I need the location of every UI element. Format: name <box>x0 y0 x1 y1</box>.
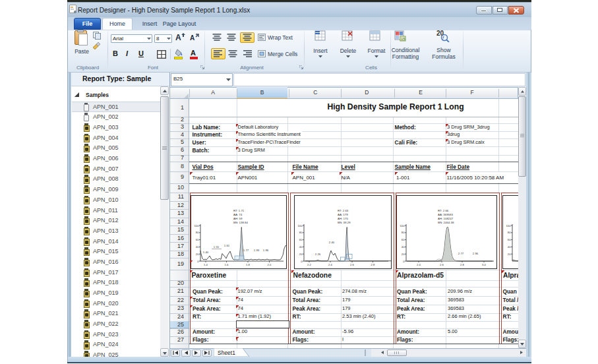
svg-text:20: 20 <box>299 253 302 256</box>
svg-text:3.0: 3.0 <box>482 263 486 266</box>
svg-text:f: f <box>442 36 444 40</box>
svg-text:2.6: 2.6 <box>440 263 444 266</box>
svg-text:20: 20 <box>196 253 199 256</box>
svg-text:1.40: 1.40 <box>203 251 209 254</box>
svg-text:40: 40 <box>196 245 199 249</box>
svg-text:60: 60 <box>402 238 405 241</box>
svg-text:2.8: 2.8 <box>371 263 374 266</box>
svg-text:80: 80 <box>299 231 302 234</box>
svg-text:60: 60 <box>299 238 302 241</box>
svg-text:RT: 1.71: RT: 1.71 <box>233 209 245 212</box>
svg-text:2.26: 2.26 <box>314 253 320 256</box>
svg-text:BN: 138.84: BN: 138.84 <box>233 221 249 224</box>
svg-text:AH: 170: AH: 170 <box>338 217 348 220</box>
svg-text:1.93: 1.93 <box>254 249 260 252</box>
svg-text:AA: 369583: AA: 369583 <box>438 213 454 216</box>
svg-text:15: 15 <box>401 37 405 41</box>
svg-text:1.55: 1.55 <box>214 245 220 249</box>
svg-text:1.4: 1.4 <box>204 263 208 266</box>
svg-text:80: 80 <box>196 231 199 234</box>
svg-text:2.2: 2.2 <box>307 263 311 266</box>
svg-text:80: 80 <box>402 231 405 234</box>
svg-text:BN: 39.29: BN: 39.29 <box>338 221 351 224</box>
svg-text:RT: 2.63: RT: 2.63 <box>338 209 349 212</box>
svg-text:100: 100 <box>400 224 405 228</box>
svg-text:2.77: 2.77 <box>458 252 464 255</box>
svg-text:60: 60 <box>508 238 511 241</box>
svg-text:20: 20 <box>402 253 405 256</box>
svg-text:AA: 74: AA: 74 <box>233 213 243 216</box>
svg-text:1.96: 1.96 <box>263 249 269 252</box>
svg-text:40: 40 <box>299 245 302 249</box>
svg-text:40: 40 <box>402 245 405 249</box>
svg-text:100: 100 <box>506 224 512 228</box>
svg-text:2.40: 2.40 <box>328 241 334 244</box>
svg-text:1.77: 1.77 <box>243 249 249 252</box>
svg-text:2.4: 2.4 <box>328 263 332 266</box>
svg-text:AH: 108247: AH: 108247 <box>438 217 454 220</box>
svg-text:1.8: 1.8 <box>246 263 250 266</box>
svg-text:AA: 179: AA: 179 <box>338 213 348 216</box>
svg-text:100: 100 <box>194 224 200 228</box>
svg-text:60: 60 <box>196 238 199 241</box>
svg-text:1.6: 1.6 <box>225 263 229 266</box>
svg-text:0: 0 <box>197 260 199 263</box>
svg-text:0: 0 <box>301 260 303 263</box>
svg-text:100: 100 <box>297 224 303 228</box>
svg-text:80: 80 <box>508 231 511 234</box>
svg-text:1.61: 1.61 <box>224 244 230 247</box>
svg-text:2.8: 2.8 <box>460 263 464 266</box>
svg-text:20: 20 <box>508 253 511 256</box>
svg-text:2.96: 2.96 <box>473 252 479 255</box>
svg-text:RT: 2.66: RT: 2.66 <box>438 209 449 212</box>
svg-text:BN: 2464.38: BN: 2464.38 <box>438 221 454 224</box>
svg-text:0: 0 <box>403 260 405 263</box>
svg-text:2.0: 2.0 <box>268 263 272 266</box>
svg-text:2.6: 2.6 <box>350 263 354 266</box>
svg-text:AH: 59: AH: 59 <box>233 217 243 220</box>
svg-text:40: 40 <box>508 245 511 249</box>
svg-text:2.4: 2.4 <box>417 263 421 266</box>
